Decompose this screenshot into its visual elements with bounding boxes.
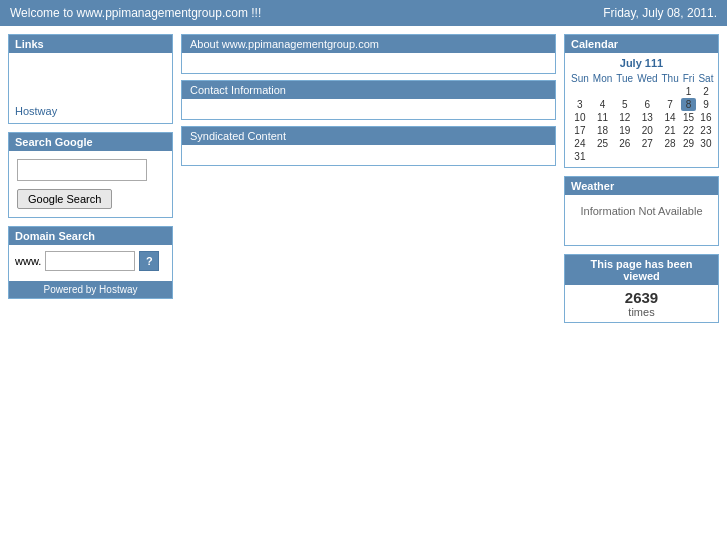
syndicated-header: Syndicated Content (182, 127, 555, 145)
search-google-header: Search Google (9, 133, 172, 151)
contact-body (182, 99, 555, 119)
calendar-day-cell[interactable]: 23 (696, 124, 715, 137)
main-layout: Links Hostway Search Google Google Searc… (0, 26, 727, 331)
calendar-day-cell[interactable]: 20 (635, 124, 659, 137)
calendar-header-row: SunMonTueWedThuFriSat (569, 72, 715, 85)
calendar-week-row: 10111213141516 (569, 111, 715, 124)
contact-section: Contact Information (181, 80, 556, 120)
about-body (182, 53, 555, 73)
domain-footer: Powered by Hostway (9, 281, 172, 298)
hostway-link[interactable]: Hostway (15, 105, 166, 117)
calendar-day-cell[interactable]: 1 (681, 85, 697, 98)
left-column: Links Hostway Search Google Google Searc… (8, 34, 173, 299)
calendar-week-row: 17181920212223 (569, 124, 715, 137)
calendar-day-cell[interactable]: 26 (614, 137, 635, 150)
calendar-day-cell[interactable]: 8 (681, 98, 697, 111)
calendar-week-row: 3456789 (569, 98, 715, 111)
calendar-day-cell[interactable]: 28 (660, 137, 681, 150)
hostway-powered-link[interactable]: Powered by Hostway (44, 284, 138, 295)
calendar-day-cell (635, 85, 659, 98)
calendar-day-cell[interactable]: 24 (569, 137, 591, 150)
calendar-day-cell (591, 85, 614, 98)
weather-panel-header: Weather (565, 177, 718, 195)
calendar-day-header: Fri (681, 72, 697, 85)
calendar-day-cell (660, 150, 681, 163)
domain-search-panel: Domain Search www. ? Powered by Hostway (8, 226, 173, 299)
weather-panel-body: Information Not Available (565, 195, 718, 245)
calendar-week-row: 31 (569, 150, 715, 163)
calendar-day-cell (614, 150, 635, 163)
links-panel-body: Hostway (9, 53, 172, 123)
calendar-day-cell[interactable]: 12 (614, 111, 635, 124)
calendar-day-cell[interactable]: 14 (660, 111, 681, 124)
pageviews-panel-header: This page has been viewed (565, 255, 718, 285)
calendar-day-cell[interactable]: 11 (591, 111, 614, 124)
calendar-day-header: Wed (635, 72, 659, 85)
header: Welcome to www.ppimanagementgroup.com !!… (0, 0, 727, 26)
pageviews-count: 2639 (569, 289, 714, 306)
google-search-button[interactable]: Google Search (17, 189, 112, 209)
calendar-day-header: Sat (696, 72, 715, 85)
calendar-day-cell[interactable]: 22 (681, 124, 697, 137)
calendar-day-cell[interactable]: 27 (635, 137, 659, 150)
calendar-day-header: Sun (569, 72, 591, 85)
domain-www-label: www. (15, 255, 41, 267)
calendar-panel-header: Calendar (565, 35, 718, 53)
pageviews-panel: This page has been viewed 2639 times (564, 254, 719, 323)
pageviews-label: times (569, 306, 714, 318)
calendar-day-cell[interactable]: 29 (681, 137, 697, 150)
calendar-table: SunMonTueWedThuFriSat 123456789101112131… (569, 72, 715, 163)
calendar-day-cell[interactable]: 5 (614, 98, 635, 111)
calendar-day-cell (696, 150, 715, 163)
calendar-day-cell (614, 85, 635, 98)
calendar-day-cell (681, 150, 697, 163)
calendar-day-cell[interactable]: 15 (681, 111, 697, 124)
calendar-day-cell (591, 150, 614, 163)
domain-input[interactable] (45, 251, 135, 271)
links-panel-header: Links (9, 35, 172, 53)
calendar-day-cell (569, 85, 591, 98)
contact-header: Contact Information (182, 81, 555, 99)
weather-panel: Weather Information Not Available (564, 176, 719, 246)
calendar-day-cell[interactable]: 21 (660, 124, 681, 137)
calendar-panel: Calendar July 111 SunMonTueWedThuFriSat … (564, 34, 719, 168)
calendar-day-cell[interactable]: 10 (569, 111, 591, 124)
calendar-day-cell[interactable]: 2 (696, 85, 715, 98)
calendar-day-cell[interactable]: 19 (614, 124, 635, 137)
links-panel: Links Hostway (8, 34, 173, 124)
about-section: About www.ppimanagementgroup.com (181, 34, 556, 74)
calendar-day-cell[interactable]: 31 (569, 150, 591, 163)
calendar-day-cell[interactable]: 9 (696, 98, 715, 111)
calendar-day-cell[interactable]: 16 (696, 111, 715, 124)
calendar-day-header: Thu (660, 72, 681, 85)
calendar-day-cell[interactable]: 3 (569, 98, 591, 111)
calendar-week-row: 12 (569, 85, 715, 98)
domain-search-header: Domain Search (9, 227, 172, 245)
domain-go-button[interactable]: ? (139, 251, 159, 271)
middle-column: About www.ppimanagementgroup.com Contact… (181, 34, 556, 166)
calendar-day-cell[interactable]: 6 (635, 98, 659, 111)
date-text: Friday, July 08, 2011. (603, 6, 717, 20)
calendar-panel-body: July 111 SunMonTueWedThuFriSat 123456789… (565, 53, 718, 167)
calendar-day-header: Tue (614, 72, 635, 85)
calendar-day-cell[interactable]: 18 (591, 124, 614, 137)
calendar-month-year: July 111 (569, 57, 714, 69)
pageviews-panel-body: 2639 times (565, 285, 718, 322)
right-column: Calendar July 111 SunMonTueWedThuFriSat … (564, 34, 719, 323)
search-google-body: Google Search (9, 151, 172, 217)
calendar-week-row: 24252627282930 (569, 137, 715, 150)
search-google-panel: Search Google Google Search (8, 132, 173, 218)
about-header: About www.ppimanagementgroup.com (182, 35, 555, 53)
calendar-day-cell[interactable]: 13 (635, 111, 659, 124)
calendar-day-cell[interactable]: 25 (591, 137, 614, 150)
syndicated-section: Syndicated Content (181, 126, 556, 166)
domain-www-row: www. ? (15, 251, 166, 271)
calendar-day-cell[interactable]: 30 (696, 137, 715, 150)
calendar-day-cell[interactable]: 7 (660, 98, 681, 111)
search-input[interactable] (17, 159, 147, 181)
calendar-day-cell (660, 85, 681, 98)
welcome-text: Welcome to www.ppimanagementgroup.com !!… (10, 6, 261, 20)
calendar-day-cell[interactable]: 17 (569, 124, 591, 137)
weather-message: Information Not Available (580, 205, 702, 217)
calendar-day-cell[interactable]: 4 (591, 98, 614, 111)
